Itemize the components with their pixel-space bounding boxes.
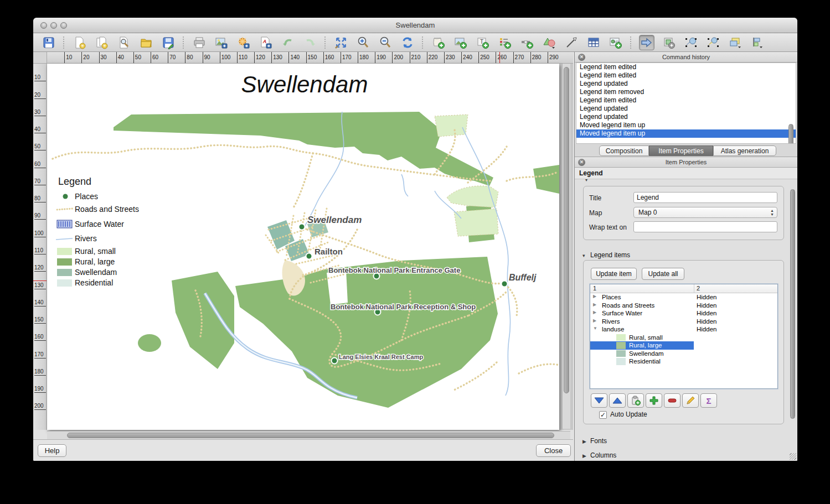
composition-canvas[interactable]: Swellendam Railton Bontebok National Par…	[47, 64, 573, 430]
tab-item-properties[interactable]: Item Properties	[649, 146, 713, 156]
canvas-vertical-scrollbar[interactable]	[562, 64, 570, 429]
list-item[interactable]: Legend item edited	[576, 96, 796, 105]
add-arrow-icon[interactable]	[564, 35, 579, 50]
refresh-icon[interactable]	[400, 35, 415, 50]
close-panel-icon[interactable]: ✕	[578, 54, 585, 61]
canvas-horizontal-scrollbar[interactable]	[47, 431, 570, 439]
raise-lower-items-icon[interactable]	[728, 35, 743, 50]
ruler-tick: 120	[254, 52, 265, 64]
expand-icon[interactable]: ▶	[593, 310, 596, 315]
expand-icon[interactable]: ▶	[593, 318, 596, 323]
move-item-up-button[interactable]	[609, 393, 626, 408]
composer-toolbar: ✳ ✳ A T </>	[33, 33, 797, 52]
item-properties-scrollbar[interactable]	[790, 189, 795, 419]
tree-row[interactable]: ▶PlacesHidden	[590, 293, 777, 302]
add-image-icon[interactable]	[453, 35, 468, 50]
list-item[interactable]: Legend item edited	[576, 63, 796, 71]
legend-items-section-label[interactable]: ▾Legend items	[582, 251, 630, 259]
list-item[interactable]: Legend item removed	[576, 88, 796, 96]
legend-items-tree[interactable]: 1 2 ▶PlacesHidden ▶Roads and StreetsHidd…	[590, 284, 778, 389]
ruler-tick: 280	[530, 52, 542, 64]
tree-row[interactable]: ▼landuseHidden	[590, 325, 777, 334]
move-item-content-icon[interactable]	[661, 35, 677, 50]
undo-icon[interactable]	[280, 35, 296, 50]
map-select[interactable]: Map 0▲▼	[633, 207, 777, 218]
edit-nodes-item-icon[interactable]	[683, 35, 699, 50]
tree-row[interactable]: Residential	[590, 357, 777, 366]
add-shape-icon[interactable]	[542, 35, 557, 50]
list-item[interactable]: Legend updated	[576, 105, 796, 113]
tab-composition[interactable]: Composition	[599, 146, 649, 156]
export-pdf-icon[interactable]: A	[258, 35, 274, 50]
add-scalebar-icon[interactable]	[519, 35, 535, 50]
composer-manager-icon[interactable]	[116, 35, 132, 50]
title-input[interactable]: Legend	[633, 192, 777, 203]
zoom-out-icon[interactable]	[378, 35, 393, 50]
tree-row[interactable]: ▶RiversHidden	[590, 318, 777, 326]
main-properties-section-label[interactable]: ▾ Main properties	[585, 179, 636, 184]
tree-row[interactable]: ▶Surface WaterHidden	[590, 309, 777, 318]
export-svg-icon[interactable]	[236, 35, 251, 50]
select-items-icon[interactable]	[705, 35, 721, 50]
wrap-text-input[interactable]	[633, 221, 777, 232]
close-panel-icon[interactable]: ✕	[578, 159, 585, 166]
command-history-scrollbar[interactable]	[788, 124, 793, 144]
open-icon[interactable]	[138, 35, 154, 50]
list-item[interactable]: Legend updated	[576, 113, 796, 121]
tree-row-selected[interactable]: Rural, large	[590, 341, 777, 350]
duplicate-composition-icon[interactable]: ✳	[94, 35, 110, 50]
add-label-icon[interactable]: T	[475, 35, 491, 50]
composition-page[interactable]: Swellendam Railton Bontebok National Par…	[47, 64, 559, 430]
count-features-button[interactable]: Σ	[700, 393, 717, 408]
stepper-arrows-icon: ▲▼	[770, 209, 774, 216]
add-item-button[interactable]	[646, 393, 662, 408]
composer-window: Swellendam ✳ ✳ A T </>	[33, 18, 797, 461]
help-button[interactable]: Help	[38, 444, 66, 457]
command-history-list[interactable]: Legend item edited Legend item edited Le…	[576, 63, 796, 144]
add-attribute-table-icon[interactable]	[586, 35, 601, 50]
save-as-template-icon[interactable]	[161, 35, 176, 50]
list-item[interactable]: Legend updated	[576, 80, 796, 88]
add-html-icon[interactable]: </>	[608, 35, 623, 50]
ruler-tick: 210	[410, 52, 421, 64]
tree-row[interactable]: ▶Roads and StreetsHidden	[590, 302, 777, 310]
export-image-icon[interactable]	[214, 35, 229, 50]
ruler-position-indicator-x	[499, 52, 500, 64]
print-icon[interactable]	[192, 35, 207, 50]
tab-atlas-generation[interactable]: Atlas generation	[713, 146, 776, 156]
expand-icon[interactable]: ▶	[593, 302, 596, 307]
resize-grip[interactable]	[790, 453, 796, 460]
ruler-tick: 170	[34, 351, 46, 358]
new-composition-icon[interactable]: ✳	[72, 35, 87, 50]
align-items-icon[interactable]	[750, 35, 765, 50]
save-icon[interactable]	[41, 35, 56, 50]
ruler-tick: 200	[34, 403, 46, 410]
list-item-selected[interactable]: Moved legend item up	[576, 129, 796, 138]
edit-item-button[interactable]	[682, 393, 699, 408]
tree-row[interactable]: Rural, small	[590, 334, 777, 342]
redo-icon[interactable]	[302, 35, 318, 50]
update-all-button[interactable]: Update all	[642, 268, 684, 280]
add-group-button[interactable]	[627, 393, 644, 408]
add-legend-icon[interactable]	[497, 35, 513, 50]
auto-update-checkbox[interactable]: ✓	[599, 411, 607, 419]
toolbar-separator	[630, 37, 632, 49]
map-item[interactable]: Swellendam Railton Bontebok National Par…	[47, 64, 559, 430]
zoom-full-icon[interactable]	[333, 35, 349, 50]
zoom-in-icon[interactable]	[355, 35, 371, 50]
tree-row[interactable]: Swellendam	[590, 350, 777, 358]
columns-section[interactable]: ▶Columns	[582, 451, 616, 459]
select-move-item-icon[interactable]	[639, 35, 654, 50]
list-item[interactable]: Moved legend item up	[576, 121, 796, 129]
add-map-icon[interactable]	[431, 35, 446, 50]
panel-tab-bar: Composition Item Properties Atlas genera…	[575, 144, 797, 157]
top-ruler-ticks: 1020304050607080901001101201301401501601…	[47, 52, 573, 63]
collapse-icon[interactable]: ▼	[593, 326, 597, 331]
fonts-section[interactable]: ▶Fonts	[582, 437, 607, 445]
update-item-button[interactable]: Update item	[591, 268, 637, 280]
expand-icon[interactable]: ▶	[593, 294, 596, 299]
close-button[interactable]: Close	[536, 444, 571, 457]
move-item-down-button[interactable]	[591, 393, 607, 408]
remove-item-button[interactable]	[664, 393, 681, 408]
list-item[interactable]: Legend item edited	[576, 71, 796, 80]
